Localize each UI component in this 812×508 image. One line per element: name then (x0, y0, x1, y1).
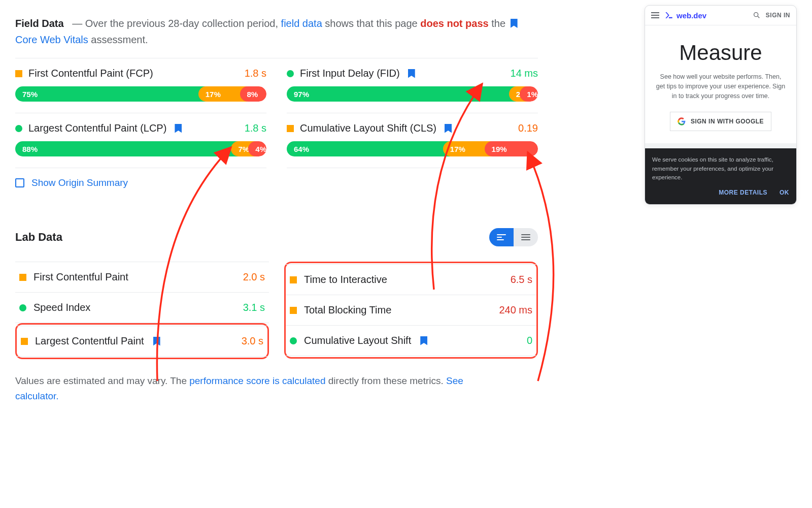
google-logo-icon (678, 117, 686, 125)
lab-metric-value: 240 ms (499, 304, 532, 316)
lab-data-header: Lab Data (15, 228, 538, 246)
field-data-intro: Field Data — Over the previous 28-day co… (15, 15, 538, 48)
distribution-bar: 97%2%1% (287, 86, 538, 102)
more-details-button[interactable]: MORE DETAILS (719, 188, 767, 197)
bar-segment: 4% (248, 141, 266, 156)
mobile-preview: web.dev SIGN IN Measure See how well you… (645, 5, 797, 205)
view-toggle-right[interactable] (514, 228, 538, 246)
distribution-bar: 75%17%8% (15, 86, 266, 102)
bookmark-icon (445, 124, 452, 133)
lab-metric-value: 6.5 s (511, 274, 532, 285)
metric-name: First Input Delay (FID) (300, 68, 400, 79)
webdev-logo[interactable]: web.dev (664, 11, 706, 20)
perf-score-link[interactable]: performance score is calculated (189, 375, 325, 386)
main-panel: Field Data — Over the previous 28-day co… (15, 15, 538, 404)
square-orange-icon (21, 338, 28, 345)
square-orange-icon (15, 70, 22, 77)
lab-metric-row: Cumulative Layout Shift 0 (286, 326, 536, 356)
highlight-box: Largest Contentful Paint 3.0 s (15, 323, 269, 359)
align-justify-icon (521, 234, 530, 240)
metric-value: 1.8 s (245, 68, 266, 79)
bar-segment: 75% (15, 86, 206, 102)
lab-right-column: Time to Interactive 6.5 s Total Blocking… (284, 262, 538, 359)
lab-metric-name: Total Blocking Time (304, 304, 391, 316)
distribution-bar: 88%7%4% (15, 141, 266, 156)
circle-green-icon (287, 70, 294, 77)
field-metric: First Input Delay (FID) 14 ms 97%2%1% (287, 58, 538, 113)
field-data-link[interactable]: field data (281, 18, 322, 29)
webdev-logo-icon (664, 11, 673, 20)
mobile-page-title: Measure (655, 41, 786, 65)
bar-segment: 19% (485, 141, 538, 156)
lab-metric-row: Largest Contentful Paint 3.0 s (17, 326, 267, 357)
lab-metric-name: Cumulative Layout Shift (304, 335, 411, 346)
field-metric: First Contentful Paint (FCP) 1.8 s 75%17… (15, 58, 266, 113)
view-toggle-left[interactable] (489, 228, 514, 246)
footnote: Values are estimated and may vary. The p… (15, 373, 472, 404)
lab-metric-name: Speed Index (33, 302, 90, 313)
metric-name: Cumulative Layout Shift (CLS) (300, 122, 436, 134)
lab-metric-row: Speed Index 3.1 s (15, 293, 269, 323)
view-toggle (489, 228, 538, 246)
hamburger-icon[interactable] (651, 12, 659, 18)
distribution-bar: 64%17%19% (287, 141, 538, 156)
metric-value: 1.8 s (245, 122, 266, 134)
origin-label: Show Origin Summary (31, 177, 128, 188)
lab-metric-name: Time to Interactive (304, 274, 387, 285)
bar-segment: 88% (15, 141, 238, 156)
mobile-description: See how well your website performs. Then… (655, 72, 786, 101)
bookmark-icon (175, 124, 182, 133)
bookmark-icon (408, 69, 415, 78)
field-metric: Largest Contentful Paint (LCP) 1.8 s 88%… (15, 113, 266, 168)
lab-metric-value: 0 (527, 335, 532, 346)
core-web-vitals-link[interactable]: Core Web Vitals (15, 34, 88, 45)
mobile-cookie-banner: We serve cookies on this site to analyze… (645, 148, 796, 204)
field-metric: Cumulative Layout Shift (CLS) 0.19 64%17… (287, 113, 538, 168)
metric-value: 14 ms (511, 68, 538, 79)
does-not-pass-text: does not pass (420, 18, 488, 29)
mobile-header: web.dev SIGN IN (645, 6, 796, 25)
square-orange-icon (19, 274, 26, 281)
svg-point-0 (754, 13, 758, 17)
origin-checkbox[interactable] (15, 178, 24, 187)
lab-metric-value: 3.0 s (242, 335, 263, 347)
circle-green-icon (19, 304, 26, 311)
field-data-title: Field Data (15, 18, 64, 29)
square-orange-icon (290, 307, 297, 314)
bookmark-icon (153, 337, 160, 346)
lab-metric-row: First Contentful Paint 2.0 s (15, 262, 269, 293)
sign-in-google-button[interactable]: SIGN IN WITH GOOGLE (670, 112, 771, 131)
lab-data-title: Lab Data (15, 231, 62, 244)
lab-metric-value: 3.1 s (243, 302, 265, 313)
metric-name: First Contentful Paint (FCP) (28, 68, 153, 79)
bar-segment: 1% (520, 86, 538, 102)
lab-metric-name: First Contentful Paint (33, 271, 128, 283)
bar-segment: 97% (287, 86, 516, 102)
circle-green-icon (15, 125, 22, 132)
bar-segment: 64% (287, 141, 450, 156)
highlight-box: Time to Interactive 6.5 s Total Blocking… (284, 262, 538, 359)
lab-metric-value: 2.0 s (243, 271, 265, 283)
lab-grid: First Contentful Paint 2.0 s Speed Index… (15, 262, 538, 359)
square-orange-icon (290, 276, 297, 283)
search-icon[interactable] (753, 11, 761, 19)
field-metrics-grid: First Contentful Paint (FCP) 1.8 s 75%17… (15, 58, 538, 168)
bar-segment: 8% (240, 86, 266, 102)
metric-name: Largest Contentful Paint (LCP) (28, 122, 166, 134)
bookmark-icon (420, 336, 427, 345)
mobile-signin-link[interactable]: SIGN IN (766, 12, 790, 19)
align-left-icon (497, 234, 506, 240)
lab-left-column: First Contentful Paint 2.0 s Speed Index… (15, 262, 269, 359)
mobile-body: Measure See how well your website perfor… (645, 25, 796, 143)
ok-button[interactable]: OK (780, 188, 789, 197)
lab-metric-name: Largest Contentful Paint (35, 335, 144, 347)
circle-green-icon (290, 337, 297, 344)
bookmark-icon (511, 19, 518, 28)
svg-line-1 (758, 16, 759, 18)
show-origin-summary-row[interactable]: Show Origin Summary (15, 168, 538, 198)
metric-value: 0.19 (518, 122, 538, 134)
lab-metric-row: Total Blocking Time 240 ms (286, 295, 536, 326)
lab-metric-row: Time to Interactive 6.5 s (286, 264, 536, 295)
square-orange-icon (287, 125, 294, 132)
